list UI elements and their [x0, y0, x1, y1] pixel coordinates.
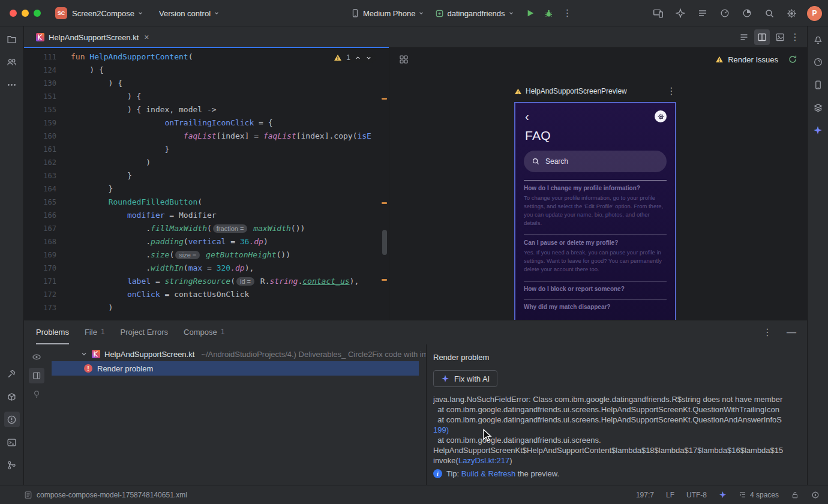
app-insights-icon[interactable] — [740, 7, 754, 20]
code-token: onTrailingIconClick — [165, 118, 254, 127]
code-line[interactable]: 173 ) — [24, 301, 389, 314]
version-control-icon[interactable] — [4, 457, 20, 473]
logcat-icon[interactable] — [696, 7, 709, 20]
code-line[interactable]: 169 .size(size = getButtonHeight()) — [24, 248, 389, 262]
ide-status-indicator-icon[interactable] — [811, 491, 820, 499]
problems-icon[interactable] — [4, 412, 20, 427]
device-manager-icon[interactable] — [810, 77, 826, 92]
search-icon[interactable] — [763, 7, 776, 20]
inspection-count: 1 — [346, 53, 350, 62]
zoom-window-button[interactable] — [34, 10, 41, 17]
hide-panel-icon[interactable]: — — [787, 327, 796, 338]
view-code-icon[interactable] — [736, 29, 752, 45]
gemini-star-icon[interactable] — [810, 122, 826, 138]
code-editor[interactable]: 111fun HelpAndSupportContent(124 ) {130 … — [24, 48, 389, 320]
stack-link[interactable]: LazyDsl.kt:217 — [458, 456, 509, 465]
collaborators-icon[interactable] — [4, 54, 20, 70]
next-issue-chevron-down-icon[interactable] — [365, 55, 372, 61]
profiler-icon[interactable] — [718, 7, 731, 20]
line-separator[interactable]: LF — [666, 491, 674, 499]
faq-divider — [524, 299, 667, 299]
project-menu[interactable]: Screen2Compose — [72, 9, 143, 18]
warning-stripe-mark[interactable] — [382, 279, 387, 281]
tab-compose[interactable]: Compose1 — [184, 320, 224, 344]
editor-options-kebab-icon[interactable]: ⋮ — [790, 32, 800, 42]
resource-manager-icon[interactable] — [810, 100, 826, 115]
build-icon[interactable] — [4, 366, 20, 382]
code-line[interactable]: 170 .widthIn(max = 320.dp), — [24, 262, 389, 275]
panel-options-kebab-icon[interactable]: ⋮ — [763, 328, 772, 337]
tip-link[interactable]: Build & Refresh — [461, 469, 515, 478]
code-line[interactable]: 130 ) { — [24, 77, 389, 90]
warning-stripe-mark[interactable] — [382, 202, 387, 204]
file-encoding[interactable]: UTF-8 — [686, 491, 707, 499]
editor-tab-helpandsupportscreen[interactable]: HelpAndSupportScreen.kt × — [30, 26, 155, 48]
fix-with-ai-button[interactable]: Fix with AI — [433, 370, 497, 387]
code-line[interactable]: 161 } — [24, 143, 389, 156]
tab-file[interactable]: File1 — [85, 320, 105, 344]
render-issues-button[interactable]: Render Issues — [715, 55, 778, 64]
inspection-widget[interactable]: 1 — [330, 52, 376, 63]
debug-button[interactable] — [544, 9, 553, 18]
editor-scrollbar[interactable] — [382, 48, 388, 320]
code-line[interactable]: 164 } — [24, 182, 389, 196]
code-line[interactable]: 163 } — [24, 169, 389, 182]
gemini-assistant-icon[interactable] — [674, 7, 687, 20]
code-token — [71, 131, 184, 140]
prev-issue-chevron-up-icon[interactable] — [355, 55, 361, 61]
code-line[interactable]: 167 .fillMaxWidth(fraction = maxWidth()) — [24, 222, 389, 235]
notifications-bell-icon[interactable] — [810, 31, 826, 47]
tab-problems[interactable]: Problems — [36, 320, 69, 344]
run-config-selector[interactable]: datingandfriends — [435, 9, 514, 18]
terminal-icon[interactable] — [4, 434, 20, 450]
code-line[interactable]: 166 modifier = Modifier — [24, 209, 389, 222]
code-line[interactable]: 151 ) { — [24, 90, 389, 103]
render-problem-row[interactable]: ! Render problem — [52, 361, 419, 376]
ai-status-star-icon[interactable] — [719, 491, 727, 499]
code-line[interactable]: 160 faqList[index] = faqList[index].copy… — [24, 130, 389, 143]
status-file-name[interactable]: compose-compose-model-1758748140651.xml — [37, 491, 187, 499]
settings-gear-icon[interactable] — [785, 7, 798, 20]
code-line[interactable]: 159 onTrailingIconClick = { — [24, 116, 389, 130]
minimize-window-button[interactable] — [22, 10, 29, 17]
more-actions-kebab-icon[interactable]: ⋮ — [563, 8, 572, 18]
stack-link[interactable]: 199) — [433, 425, 449, 434]
project-folder-icon[interactable] — [4, 31, 20, 47]
close-window-button[interactable] — [10, 10, 17, 17]
scrollbar-thumb[interactable] — [382, 230, 387, 255]
indent-setting[interactable]: 4 spaces — [739, 491, 779, 499]
quickfix-bulb-icon[interactable] — [29, 386, 44, 402]
vcs-menu[interactable]: Version control — [159, 9, 220, 18]
warning-stripe-mark[interactable] — [382, 98, 387, 100]
tab-project-errors[interactable]: Project Errors — [121, 320, 168, 344]
view-split-icon[interactable] — [754, 29, 770, 45]
panel-splitter[interactable] — [426, 344, 427, 485]
user-avatar[interactable]: P — [807, 6, 822, 21]
view-design-icon[interactable] — [772, 29, 788, 45]
preview-eye-icon[interactable] — [29, 349, 44, 365]
open-editor-preview-icon[interactable] — [29, 368, 44, 383]
code-line[interactable]: 124 ) { — [24, 64, 389, 77]
packages-icon[interactable] — [4, 389, 20, 404]
code-line[interactable]: 171 label = stringResource(id = R.string… — [24, 275, 389, 288]
caret-position[interactable]: 197:7 — [636, 491, 654, 499]
gradle-icon[interactable] — [810, 54, 826, 70]
refresh-preview-icon[interactable] — [788, 55, 797, 64]
problems-file-row[interactable]: HelpAndSupportScreen.kt ~/AndroidStudioP… — [49, 347, 426, 361]
tab-close-icon[interactable]: × — [144, 32, 149, 42]
file-lock-icon[interactable] — [791, 491, 799, 499]
more-tool-windows-icon[interactable] — [4, 77, 20, 92]
preview-label-row[interactable]: HelpAndSupportScreenPreview ⋮ — [514, 86, 676, 96]
running-devices-icon[interactable] — [652, 7, 665, 20]
gallery-view-icon[interactable] — [399, 55, 409, 64]
device-selector[interactable]: Medium Phone — [350, 8, 424, 18]
run-button[interactable] — [526, 9, 535, 17]
code-line[interactable]: 155 ) { index, model -> — [24, 103, 389, 116]
code-line[interactable]: 168 .padding(vertical = 36.dp) — [24, 235, 389, 248]
code-line[interactable]: 165 RoundedFilledButton( — [24, 196, 389, 209]
compose-preview-frame[interactable]: ‹ FAQ Search How do I change my profile … — [514, 102, 676, 320]
code-line[interactable]: 162 ) — [24, 156, 389, 169]
code-line[interactable]: 172 onClick = contactUsOnClick — [24, 288, 389, 301]
chevron-down-icon[interactable] — [80, 350, 88, 358]
preview-options-kebab-icon[interactable]: ⋮ — [667, 86, 676, 96]
